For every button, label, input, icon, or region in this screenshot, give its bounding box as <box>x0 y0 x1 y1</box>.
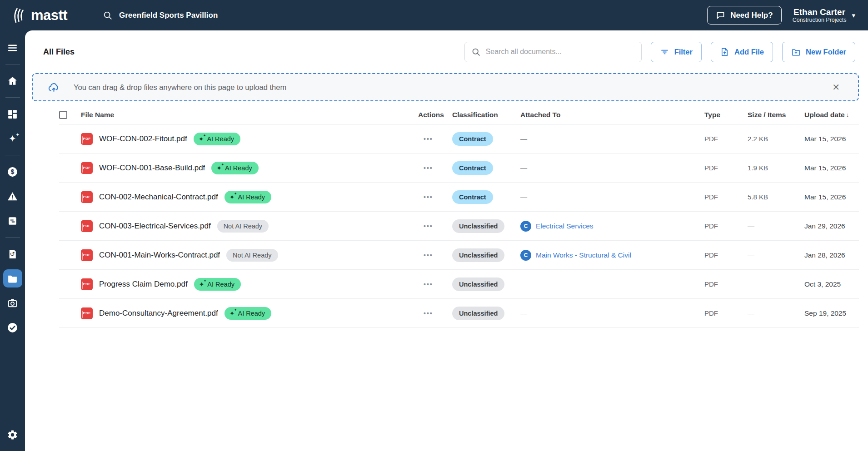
row-actions-menu[interactable]: ••• <box>418 135 433 143</box>
file-name[interactable]: CON-001-Main-Works-Contract.pdf <box>99 251 220 260</box>
file-type: PDF <box>704 251 748 259</box>
sidebar-divider <box>5 155 20 155</box>
classification-badge: Unclassified <box>452 219 504 233</box>
project-search[interactable]: Greenfield Sports Pavillion <box>103 10 218 20</box>
classification-badge: Contract <box>452 161 493 175</box>
search-input[interactable] <box>486 48 635 56</box>
filter-label: Filter <box>674 48 693 56</box>
file-name[interactable]: WOF-CON-001-Base-Build.pdf <box>99 164 205 173</box>
table-row[interactable]: PDF CON-002-Mechanical-Contract.pdf ✦✦ A… <box>59 183 859 212</box>
gear-icon <box>7 429 18 441</box>
sidebar-item-cost[interactable]: $ <box>3 163 22 181</box>
filter-button[interactable]: Filter <box>651 42 702 62</box>
attached-link[interactable]: Electrical Services <box>536 222 594 230</box>
top-bar: mastt Greenfield Sports Pavillion Need H… <box>0 0 868 30</box>
upload-date: Mar 15, 2026 <box>804 135 859 143</box>
sidebar-item-tasks[interactable] <box>3 212 22 230</box>
column-upload-date[interactable]: Upload date↓ <box>804 111 859 119</box>
row-actions-menu[interactable]: ••• <box>418 310 433 317</box>
file-size: 1.9 KB <box>748 164 804 172</box>
file-type: PDF <box>704 309 748 317</box>
pdf-file-icon: PDF <box>81 307 93 319</box>
table-row[interactable]: PDF CON-003-Electrical-Services.pdf ✦✦ N… <box>59 212 859 241</box>
ai-ready-badge: ✦✦ AI Ready <box>224 191 271 203</box>
file-name[interactable]: CON-003-Electrical-Services.pdf <box>99 222 211 231</box>
svg-text:↺: ↺ <box>10 251 15 258</box>
add-file-button[interactable]: Add File <box>711 42 773 62</box>
sidebar-item-approvals[interactable] <box>3 318 22 337</box>
column-classification[interactable]: Classification <box>452 111 520 119</box>
pdf-file-icon: PDF <box>81 191 93 203</box>
row-actions-menu[interactable]: ••• <box>418 223 433 230</box>
sparkle-icon: ✦✦ <box>216 164 222 172</box>
sidebar-item-media[interactable] <box>3 294 22 312</box>
upload-date: Sep 19, 2025 <box>804 309 859 317</box>
sidebar-item-risk[interactable] <box>3 187 22 205</box>
contract-avatar: C <box>520 250 531 261</box>
user-info: Ethan Carter Construction Projects <box>793 7 847 24</box>
new-folder-button[interactable]: New Folder <box>782 42 855 62</box>
check-circle-icon <box>7 322 18 333</box>
file-size: 2.2 KB <box>748 135 804 143</box>
sidebar-item-document-history[interactable]: ↺ <box>3 245 22 263</box>
chevron-down-icon[interactable]: ▾ <box>852 11 855 20</box>
ai-ready-badge: ✦✦ AI Ready <box>194 133 240 145</box>
sidebar-item-settings[interactable] <box>3 426 22 444</box>
table-row[interactable]: PDF WOF-CON-002-Fitout.pdf ✦✦ AI Ready •… <box>59 124 859 154</box>
logo-wordmark: mastt <box>31 7 67 24</box>
attached-empty: — <box>520 193 527 201</box>
attached-entity[interactable]: C Main Works - Structural & Civil <box>520 250 631 261</box>
file-type: PDF <box>704 280 748 288</box>
app-logo[interactable]: mastt <box>0 6 103 25</box>
file-name[interactable]: CON-002-Mechanical-Contract.pdf <box>99 193 218 202</box>
banner-text: You can drag & drop files anywhere on th… <box>74 83 286 92</box>
mastt-logo-icon <box>12 6 27 25</box>
row-actions-menu[interactable]: ••• <box>418 281 433 288</box>
file-name[interactable]: WOF-CON-002-Fitout.pdf <box>99 134 187 144</box>
sidebar-item-home[interactable] <box>3 72 22 90</box>
user-menu[interactable]: Ethan Carter Construction Projects ▾ <box>793 7 855 24</box>
table-row[interactable]: PDF WOF-CON-001-Base-Build.pdf ✦✦ AI Rea… <box>59 154 859 183</box>
classification-badge: Unclassified <box>452 307 504 320</box>
sidebar-divider <box>5 64 20 64</box>
column-attached-to[interactable]: Attached To <box>520 111 704 119</box>
row-actions-menu[interactable]: ••• <box>418 193 433 201</box>
search-icon <box>471 47 481 57</box>
attached-entity[interactable]: C Electrical Services <box>520 221 594 232</box>
file-size: — <box>748 251 804 259</box>
document-search-box[interactable] <box>464 42 642 62</box>
need-help-button[interactable]: Need Help? <box>707 6 782 25</box>
column-type[interactable]: Type <box>704 111 748 119</box>
dashboard-grid-icon <box>7 109 18 120</box>
file-size: — <box>748 309 804 317</box>
column-size-items[interactable]: Size / Items <box>748 111 804 119</box>
table-row[interactable]: PDF CON-001-Main-Works-Contract.pdf ✦✦ N… <box>59 241 859 270</box>
sidebar-item-files[interactable] <box>3 269 22 287</box>
select-all-checkbox[interactable] <box>59 111 67 119</box>
file-name[interactable]: Progress Claim Demo.pdf <box>99 280 188 289</box>
contract-avatar: C <box>520 221 531 232</box>
drag-drop-banner: You can drag & drop files anywhere on th… <box>32 73 859 101</box>
file-size: 5.8 KB <box>748 193 804 201</box>
file-name[interactable]: Demo-Consultancy-Agreement.pdf <box>99 309 218 318</box>
row-actions-menu[interactable]: ••• <box>418 164 433 172</box>
sidebar-item-menu[interactable] <box>3 39 22 57</box>
pdf-file-icon: PDF <box>81 249 93 261</box>
ai-ready-badge: ✦✦ Not AI Ready <box>226 249 278 262</box>
new-folder-icon <box>791 47 801 57</box>
sidebar-item-dashboard[interactable] <box>3 105 22 123</box>
sidebar-item-ai-assistant[interactable]: ✦✦ <box>3 129 22 148</box>
files-table: File Name Actions Classification Attache… <box>59 105 859 328</box>
sparkle-icon: ✦✦ <box>229 310 235 317</box>
sidebar-divider <box>5 97 20 98</box>
filter-icon <box>660 47 669 57</box>
column-file-name[interactable]: File Name <box>81 111 418 119</box>
table-row[interactable]: PDF Demo-Consultancy-Agreement.pdf ✦✦ AI… <box>59 299 859 328</box>
table-row[interactable]: PDF Progress Claim Demo.pdf ✦✦ AI Ready … <box>59 270 859 299</box>
attached-link[interactable]: Main Works - Structural & Civil <box>536 251 631 259</box>
attached-empty: — <box>520 135 527 143</box>
row-actions-menu[interactable]: ••• <box>418 252 433 259</box>
file-type: PDF <box>704 135 748 143</box>
close-icon[interactable]: ✕ <box>832 83 840 92</box>
add-file-label: Add File <box>734 48 764 56</box>
